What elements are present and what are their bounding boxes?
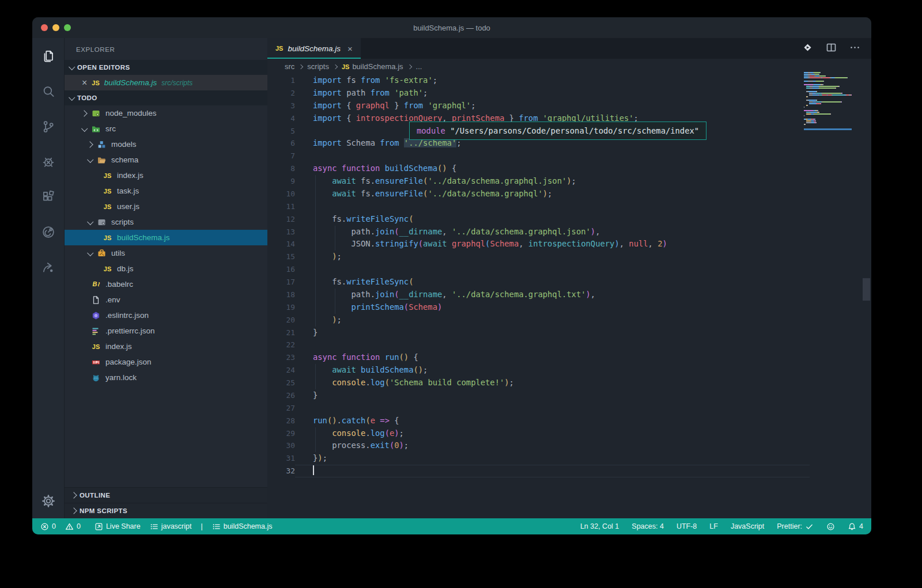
zoom-window-button[interactable] — [64, 24, 71, 31]
tree-item-node-modules[interactable]: node_modules — [65, 105, 267, 121]
breadcrumb-item-buildschema-js[interactable]: JSbuildSchema.js — [342, 62, 403, 71]
code-line-8[interactable]: 8async function buildSchema() { — [267, 162, 810, 175]
section-header-npm-scripts[interactable]: NPM SCRIPTS — [65, 503, 267, 518]
code-line-11[interactable]: 11 — [267, 200, 810, 213]
code-line-1[interactable]: 1import fs from 'fs-extra'; — [267, 74, 810, 87]
tree-item--prettierrc-json[interactable]: .prettierrc.json — [65, 323, 267, 339]
tree-item-index-js[interactable]: JSindex.js — [65, 339, 267, 354]
activity-settings-gear-icon[interactable] — [36, 490, 61, 513]
status-smiley[interactable] — [826, 522, 835, 531]
status-javascript[interactable]: javascript — [150, 522, 192, 531]
status-live-share[interactable]: Live Share — [95, 522, 141, 531]
code-line-28[interactable]: 28run().catch(e => { — [267, 415, 810, 427]
code-line-18[interactable]: 18 path.join(__dirname, '../data/schema.… — [267, 289, 810, 301]
code-line-32[interactable]: 32 — [267, 465, 810, 477]
tree-item--babelrc[interactable]: B≀.babelrc — [65, 276, 267, 292]
tree-item-package-json[interactable]: package.json — [65, 354, 267, 370]
code-line-29[interactable]: 29 console.log(e); — [267, 427, 810, 440]
code-line-3[interactable]: 3import { graphql } from 'graphql'; — [267, 100, 810, 112]
activity-files-icon[interactable] — [36, 45, 61, 68]
code-line-9[interactable]: 9 await fs.ensureFile('../data/schema.gr… — [267, 175, 810, 188]
tree-item-index-js[interactable]: JSindex.js — [65, 168, 267, 183]
code-line-14[interactable]: 14 JSON.stringify(await graphql(Schema, … — [267, 238, 810, 251]
scrollbar-slider[interactable] — [863, 278, 870, 301]
tab-buildschema[interactable]: JS buildSchema.js × — [267, 38, 361, 59]
close-icon[interactable]: × — [82, 78, 87, 88]
close-window-button[interactable] — [41, 24, 48, 31]
code-line-20[interactable]: 20 ); — [267, 314, 810, 327]
tree-item-utils[interactable]: utils — [65, 245, 267, 261]
tree-item--eslintrc-json[interactable]: .eslintrc.json — [65, 308, 267, 323]
status-prettier-[interactable]: Prettier: — [777, 522, 814, 531]
status--[interactable]: | — [201, 522, 202, 530]
code-line-2[interactable]: 2import path from 'path'; — [267, 87, 810, 100]
tab-close-icon[interactable]: × — [347, 44, 353, 54]
activity-share-icon[interactable] — [36, 256, 61, 279]
activity-extensions-icon[interactable] — [36, 185, 61, 208]
project-section-header[interactable]: TODO — [65, 90, 267, 105]
tree-item-src[interactable]: src — [65, 121, 267, 136]
code-line-19[interactable]: 19 printSchema(Schema) — [267, 301, 810, 314]
activity-live-share-icon[interactable] — [36, 221, 61, 244]
status-ln-32-col-1[interactable]: Ln 32, Col 1 — [580, 522, 619, 530]
code-line-7[interactable]: 7 — [267, 150, 810, 162]
tree-item-user-js[interactable]: JSuser.js — [65, 199, 267, 214]
tree-item-models[interactable]: models — [65, 136, 267, 152]
activity-source-control-icon[interactable] — [36, 115, 61, 138]
code-line-26[interactable]: 26} — [267, 389, 810, 402]
code-line-21[interactable]: 21} — [267, 327, 810, 339]
code-line-22[interactable]: 22 — [267, 339, 810, 351]
status-javascript[interactable]: JavaScript — [731, 522, 764, 530]
code-line-12[interactable]: 12 fs.writeFileSync( — [267, 213, 810, 226]
code-line-16[interactable]: 16 — [267, 263, 810, 276]
tree-item-task-js[interactable]: JStask.js — [65, 183, 267, 199]
tree-item-yarn-lock[interactable]: yarn.lock — [65, 370, 267, 385]
breadcrumb-item-src[interactable]: src — [285, 62, 294, 71]
code-line-23[interactable]: 23async function run() { — [267, 351, 810, 364]
tree-item-schema[interactable]: schema — [65, 152, 267, 168]
code-line-25[interactable]: 25 console.log('Schema build complete!')… — [267, 377, 810, 389]
breadcrumb[interactable]: srcscriptsJSbuildSchema.js... — [267, 59, 871, 74]
split-editor-icon[interactable] — [825, 41, 837, 56]
breadcrumb-item-scripts[interactable]: scripts — [307, 62, 329, 71]
minimap[interactable] — [804, 72, 852, 130]
open-editors-header[interactable]: OPEN EDITORS — [65, 60, 267, 75]
code-line-31[interactable]: 31}); — [267, 452, 810, 465]
code-line-24[interactable]: 24 await buildSchema(); — [267, 364, 810, 377]
code-line-30[interactable]: 30 process.exit(0); — [267, 439, 810, 452]
status-lf[interactable]: LF — [709, 522, 718, 530]
activity-debug-icon[interactable] — [36, 150, 61, 173]
scripts-file-icon — [97, 218, 107, 227]
section-header-outline[interactable]: OUTLINE — [65, 487, 267, 503]
tree-item-label: schema — [111, 155, 138, 164]
tree-item--env[interactable]: .env — [65, 292, 267, 308]
indent-guide — [335, 289, 335, 314]
status-0[interactable]: 0 — [40, 522, 56, 531]
code-line-15[interactable]: 15 ); — [267, 251, 810, 263]
status-buildschema-js[interactable]: buildSchema.js — [212, 522, 273, 531]
tree-item-db-js[interactable]: JSdb.js — [65, 261, 267, 276]
code-line-17[interactable]: 17 fs.writeFileSync( — [267, 276, 810, 289]
line-content: import fs from 'fs-extra'; — [295, 74, 810, 87]
code-line-27[interactable]: 27 — [267, 402, 810, 415]
tree-item-scripts[interactable]: scripts — [65, 214, 267, 230]
smiley-icon — [826, 522, 835, 531]
sidebar-bottom-sections: OUTLINENPM SCRIPTS — [65, 487, 267, 518]
js-file-icon: JS — [103, 233, 112, 242]
format-icon[interactable] — [802, 41, 814, 56]
title-bar[interactable]: buildSchema.js — todo — [32, 17, 871, 38]
more-actions-icon[interactable] — [849, 41, 861, 56]
activity-search-icon[interactable] — [36, 80, 61, 103]
code-line-13[interactable]: 13 path.join(__dirname, '../data/schema.… — [267, 226, 810, 238]
status-spaces-4[interactable]: Spaces: 4 — [632, 522, 664, 530]
status-0[interactable]: 0 — [65, 522, 81, 531]
status-4[interactable]: 4 — [848, 522, 863, 531]
code-line-10[interactable]: 10 await fs.ensureFile('../data/schema.g… — [267, 188, 810, 200]
tree-item-buildschema-js[interactable]: JSbuildSchema.js — [65, 230, 267, 245]
breadcrumb-item--[interactable]: ... — [416, 62, 422, 71]
sidebar-title: EXPLORER — [65, 38, 267, 60]
line-content: await fs.ensureFile('../data/schema.grap… — [295, 188, 810, 200]
minimize-window-button[interactable] — [52, 24, 59, 31]
open-editor-item-buildschema[interactable]: × JS buildSchema.js src/scripts — [65, 75, 267, 90]
status-utf-8[interactable]: UTF-8 — [677, 522, 697, 530]
